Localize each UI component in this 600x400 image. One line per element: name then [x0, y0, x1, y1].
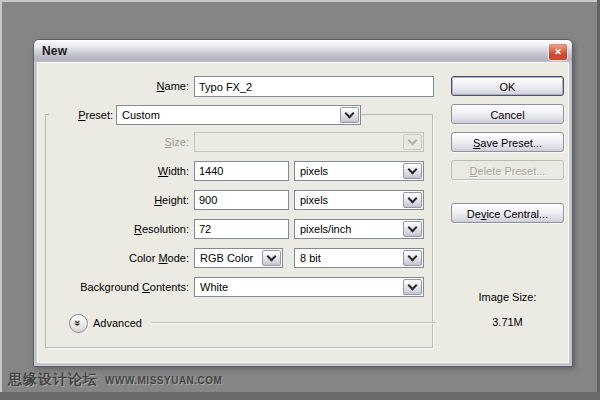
new-document-dialog: New ✕ Name: Preset: Custom Size:: [33, 39, 573, 367]
size-dropdown-button: [403, 134, 422, 150]
image-size-value: 3.71M: [451, 316, 564, 328]
size-select: [194, 132, 424, 152]
advanced-expand-button[interactable]: »: [69, 314, 88, 333]
screen-edge-bottom: [0, 392, 600, 400]
width-unit-dropdown-button[interactable]: [403, 163, 422, 179]
chevron-down-icon: [408, 194, 418, 204]
save-preset-button[interactable]: Save Preset...: [451, 132, 564, 152]
dialog-title: New: [34, 44, 67, 58]
chevron-down-icon: [408, 136, 418, 146]
background-contents-label: Background Contents:: [47, 281, 189, 293]
width-field[interactable]: [194, 161, 289, 181]
double-chevron-down-icon: »: [73, 320, 85, 326]
resolution-field[interactable]: [194, 219, 289, 239]
size-label: Size:: [61, 136, 189, 148]
preset-label: Preset:: [49, 109, 117, 121]
chevron-down-icon: [408, 165, 418, 175]
chevron-down-icon: [408, 281, 418, 291]
chevron-down-icon: [345, 109, 355, 119]
resolution-unit-select[interactable]: pixels/inch: [294, 219, 424, 239]
width-unit-select[interactable]: pixels: [294, 161, 424, 181]
color-mode-select[interactable]: RGB Color: [194, 248, 283, 268]
preset-dropdown-button[interactable]: [340, 107, 359, 123]
bit-depth-select[interactable]: 8 bit: [294, 248, 424, 268]
background-contents-select[interactable]: White: [194, 277, 424, 297]
chevron-down-icon: [408, 252, 418, 262]
name-label: Name:: [61, 80, 189, 92]
height-unit-dropdown-button[interactable]: [403, 192, 422, 208]
watermark-site-url: WWW.MISSYUAN.COM: [105, 375, 222, 386]
device-central-button[interactable]: Device Central...: [451, 203, 564, 223]
advanced-label: Advanced: [93, 317, 142, 329]
desktop-background: New ✕ Name: Preset: Custom Size:: [0, 0, 600, 400]
watermark-site-name: 思缘设计论坛: [8, 371, 98, 389]
close-icon: ✕: [554, 47, 562, 57]
resolution-unit-dropdown-button[interactable]: [403, 221, 422, 237]
image-size-label: Image Size:: [451, 291, 564, 303]
screen-edge-top: [0, 0, 600, 2]
advanced-divider: [151, 322, 435, 324]
chevron-down-icon: [267, 252, 277, 262]
cancel-button[interactable]: Cancel: [451, 104, 564, 124]
bit-depth-dropdown-button[interactable]: [403, 250, 422, 266]
name-field[interactable]: [194, 76, 434, 97]
height-unit-select[interactable]: pixels: [294, 190, 424, 210]
screen-edge-left: [0, 0, 2, 400]
color-mode-dropdown-button[interactable]: [262, 250, 281, 266]
watermark: 思缘设计论坛 WWW.MISSYUAN.COM: [8, 371, 222, 389]
delete-preset-button: Delete Preset...: [451, 160, 564, 180]
close-button[interactable]: ✕: [548, 43, 568, 61]
height-label: Height:: [61, 194, 189, 206]
height-field[interactable]: [194, 190, 289, 210]
width-label: Width:: [61, 165, 189, 177]
background-contents-dropdown-button[interactable]: [403, 279, 422, 295]
preset-select[interactable]: Custom: [116, 105, 361, 125]
image-size-info: Image Size: 3.71M: [451, 291, 564, 328]
dialog-titlebar[interactable]: New ✕: [34, 40, 572, 62]
resolution-label: Resolution:: [61, 223, 189, 235]
color-mode-label: Color Mode:: [61, 252, 189, 264]
chevron-down-icon: [408, 223, 418, 233]
dialog-content: Name: Preset: Custom Size: Width: pixels: [37, 62, 569, 363]
ok-button[interactable]: OK: [451, 76, 564, 96]
